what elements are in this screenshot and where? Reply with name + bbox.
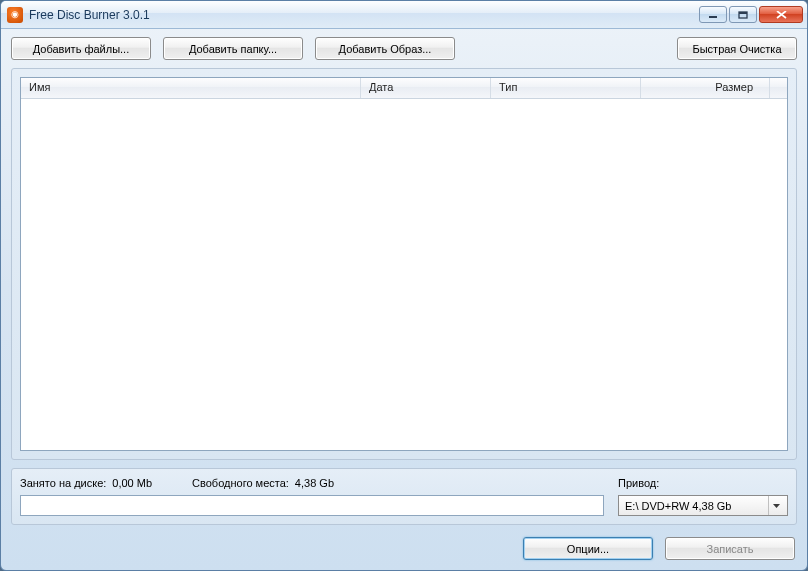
chevron-down-icon (773, 504, 780, 508)
close-icon (776, 11, 787, 19)
used-space-label: Занято на диске: (20, 477, 106, 489)
add-folder-button[interactable]: Добавить папку... (163, 37, 303, 60)
column-type[interactable]: Тип (491, 78, 641, 98)
options-button[interactable]: Опции... (523, 537, 653, 560)
window-controls (699, 6, 803, 23)
column-pad (770, 78, 787, 98)
add-files-button[interactable]: Добавить файлы... (11, 37, 151, 60)
quick-erase-button[interactable]: Быстрая Очистка (677, 37, 797, 60)
column-name[interactable]: Имя (21, 78, 361, 98)
dropdown-arrow (768, 496, 783, 515)
minimize-icon (708, 11, 718, 19)
drive-select[interactable]: E:\ DVD+RW 4,38 Gb (618, 495, 788, 516)
file-listview[interactable]: Имя Дата Тип Размер (20, 77, 788, 451)
status-group: Занято на диске: 0,00 Mb Свободного мест… (11, 468, 797, 525)
used-space-value: 0,00 Mb (112, 477, 152, 489)
svg-rect-0 (709, 16, 717, 18)
disc-usage-bar (20, 495, 604, 516)
maximize-button[interactable] (729, 6, 757, 23)
drive-label: Привод: (618, 477, 788, 489)
toolbar-spacer (467, 37, 665, 60)
file-list-group: Имя Дата Тип Размер (11, 68, 797, 460)
maximize-icon (738, 11, 748, 19)
column-date[interactable]: Дата (361, 78, 491, 98)
titlebar[interactable]: Free Disc Burner 3.0.1 (1, 1, 807, 29)
toolbar: Добавить файлы... Добавить папку... Доба… (11, 37, 797, 60)
free-space-value: 4,38 Gb (295, 477, 334, 489)
svg-rect-2 (739, 12, 747, 14)
footer: Опции... Записать (11, 533, 797, 560)
add-image-button[interactable]: Добавить Образ... (315, 37, 455, 60)
app-icon (7, 7, 23, 23)
column-size[interactable]: Размер (641, 78, 770, 98)
minimize-button[interactable] (699, 6, 727, 23)
free-space-label: Свободного места: (192, 477, 289, 489)
window-title: Free Disc Burner 3.0.1 (29, 8, 150, 22)
listview-body[interactable] (21, 99, 787, 450)
burn-button[interactable]: Записать (665, 537, 795, 560)
content-area: Добавить файлы... Добавить папку... Доба… (1, 29, 807, 570)
drive-selected-value: E:\ DVD+RW 4,38 Gb (625, 500, 731, 512)
app-window: Free Disc Burner 3.0.1 Добавить файлы...… (0, 0, 808, 571)
status-labels: Занято на диске: 0,00 Mb Свободного мест… (20, 477, 604, 489)
listview-header: Имя Дата Тип Размер (21, 78, 787, 99)
close-button[interactable] (759, 6, 803, 23)
